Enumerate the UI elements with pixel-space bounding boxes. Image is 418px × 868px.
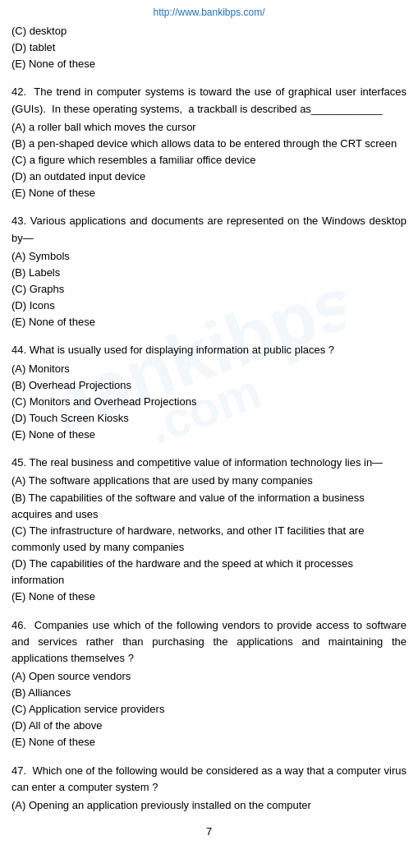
option-line: (B) The capabilities of the software and… xyxy=(11,490,407,523)
option-line: (D) All of the above xyxy=(11,718,407,734)
option-line: (D) Icons xyxy=(11,298,407,314)
option-line: (A) Opening an application previously in… xyxy=(11,797,407,814)
question-44: 44. What is usually used for displaying … xyxy=(11,342,407,443)
page-content: http://www.bankibps.com/ (C) desktop (D)… xyxy=(11,7,407,838)
option-line: (C) Graphs xyxy=(11,281,407,298)
page-number: 7 xyxy=(11,825,407,838)
option-line: (D) The capabilities of the hardware and… xyxy=(11,556,407,589)
option-line: (D) Touch Screen Kiosks xyxy=(11,410,407,427)
question-text: 42. The trend in computer systems is tow… xyxy=(11,84,407,117)
option-line: (E) None of these xyxy=(11,185,407,201)
option-line: (C) The infrastructure of hardware, netw… xyxy=(11,523,407,556)
option-line: (A) Monitors xyxy=(11,361,407,377)
option-line: (E) None of these xyxy=(11,56,407,72)
option-line: (B) Labels xyxy=(11,265,407,281)
header-url: http://www.bankibps.com/ xyxy=(11,7,407,18)
option-line: (C) Application service providers xyxy=(11,701,407,718)
option-line: (B) a pen-shaped device which allows dat… xyxy=(11,136,407,152)
option-line: (B) Overhead Projections xyxy=(11,377,407,394)
option-line: (E) None of these xyxy=(11,314,407,330)
option-line: (D) tablet xyxy=(11,39,407,56)
option-line: (A) a roller ball which moves the cursor xyxy=(11,119,407,136)
option-line: (C) desktop xyxy=(11,23,407,39)
question-text: 47. Which one of the following would be … xyxy=(11,763,407,796)
question-42: 42. The trend in computer systems is tow… xyxy=(11,84,407,201)
option-line: (D) an outdated input device xyxy=(11,169,407,185)
option-line: (E) None of these xyxy=(11,427,407,443)
question-text: 46. Companies use which of the following… xyxy=(11,617,407,667)
option-line: (A) The software applications that are u… xyxy=(11,473,407,489)
option-line: (A) Open source vendors xyxy=(11,668,407,685)
option-line: (C) Monitors and Overhead Projections xyxy=(11,394,407,410)
option-line: (E) None of these xyxy=(11,734,407,750)
option-line: (B) Alliances xyxy=(11,685,407,701)
option-line: (E) None of these xyxy=(11,589,407,605)
option-line: (A) Symbols xyxy=(11,248,407,265)
question-45: 45. The real business and competitive va… xyxy=(11,455,407,605)
question-block-continuation: (C) desktop (D) tablet (E) None of these xyxy=(11,23,407,72)
question-47: 47. Which one of the following would be … xyxy=(11,763,407,814)
question-text: 44. What is usually used for displaying … xyxy=(11,342,407,358)
question-text: 43. Various applications and documents a… xyxy=(11,213,407,246)
question-43: 43. Various applications and documents a… xyxy=(11,213,407,330)
question-46: 46. Companies use which of the following… xyxy=(11,617,407,751)
option-line: (C) a figure which resembles a familiar … xyxy=(11,152,407,169)
question-text: 45. The real business and competitive va… xyxy=(11,455,407,471)
